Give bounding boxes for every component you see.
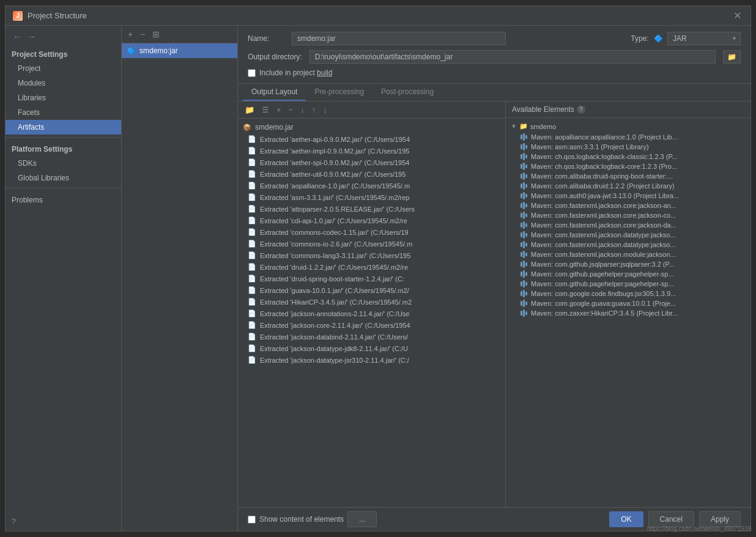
project-settings-header: Project Settings xyxy=(6,45,121,61)
extract-icon-14: 📄 xyxy=(248,298,256,306)
move-down-button[interactable]: ↓ xyxy=(297,104,308,116)
copy-artifact-button[interactable]: ⊞ xyxy=(150,28,162,40)
extract-icon-11: 📄 xyxy=(248,263,256,271)
sidebar: ← → Project Settings Project Modules Lib… xyxy=(6,26,122,531)
add-artifact-button[interactable]: + xyxy=(125,28,135,40)
avail-item-8: Maven: com.fasterxml.jackson.core:jackso… xyxy=(506,210,750,220)
tree-item: 📄 Extracted 'commons-lang3-3.11.jar/' (C… xyxy=(238,250,505,261)
avail-item-9: Maven: com.fasterxml.jackson.core:jackso… xyxy=(506,220,750,230)
move-up-button[interactable]: ↑ xyxy=(309,104,319,116)
ok-button[interactable]: OK xyxy=(609,511,643,527)
tree-item: 📄 Extracted 'jackson-annotations-2.11.4.… xyxy=(238,308,505,319)
tree-item: 📄 Extracted 'cdi-api-1.0.jar/' (C:/Users… xyxy=(238,215,505,226)
name-label: Name: xyxy=(248,34,284,43)
platform-settings-header: Platform Settings xyxy=(6,140,121,156)
avail-item-13: Maven: com.github.jsqlparser:jsqlparser:… xyxy=(506,259,750,269)
available-section-smdemo[interactable]: ▼ 📁 smdemo xyxy=(506,120,750,132)
maven-icon-5 xyxy=(521,182,527,190)
maven-icon-18 xyxy=(521,309,527,317)
tree-item: 📄 Extracted 'aether-spi-0.9.0.M2.jar/' (… xyxy=(238,157,505,168)
avail-item-6: Maven: com.auth0:java-jwt:3.13.0 (Projec… xyxy=(506,191,750,201)
tree-item: 📄 Extracted 'aopalliance-1.0.jar/' (C:/U… xyxy=(238,180,505,191)
watermark: https://blog.csdn.net/weixin_49071539 xyxy=(647,525,751,532)
tab-pre-processing[interactable]: Pre-processing xyxy=(306,84,372,101)
type-select-container: 🔷 JAR WAR EAR xyxy=(654,32,741,45)
include-build-label[interactable]: Include in project build xyxy=(259,69,332,77)
extract-icon-7: 📄 xyxy=(248,217,256,224)
tree-item: 📄 Extracted 'aether-impl-0.9.0.M2.jar/' … xyxy=(238,145,505,157)
avail-item-16: Maven: com.google.code.findbugs:jsr305:1… xyxy=(506,289,750,298)
type-label: Type: xyxy=(631,34,648,43)
avail-item-11: Maven: com.fasterxml.jackson.datatype:ja… xyxy=(506,240,750,250)
sidebar-item-project[interactable]: Project xyxy=(6,61,121,76)
sidebar-nav: ← → xyxy=(6,28,121,45)
remove-artifact-button[interactable]: − xyxy=(138,28,147,40)
avail-item-7: Maven: com.fasterxml.jackson.core:jackso… xyxy=(506,201,750,210)
tabs-bar: Output Layout Pre-processing Post-proces… xyxy=(238,84,750,102)
maven-icon-2 xyxy=(521,153,527,160)
sidebar-item-problems[interactable]: Problems xyxy=(6,191,121,207)
tree-item: 📄 Extracted 'jackson-core-2.11.4.jar/' (… xyxy=(238,319,505,331)
sidebar-item-libraries[interactable]: Libraries xyxy=(6,91,121,105)
extract-icon-1: 📄 xyxy=(248,147,256,155)
close-button[interactable]: ✕ xyxy=(731,10,743,22)
dialog-title: Project Structure xyxy=(28,11,87,20)
folder-browse-button[interactable]: 📁 xyxy=(723,50,741,64)
maven-icon-7 xyxy=(521,202,527,209)
sidebar-item-sdks[interactable]: SDKs xyxy=(6,156,121,171)
avail-item-5: Maven: com.alibaba:druid:1.2.2 (Project … xyxy=(506,181,750,191)
avail-item-3: Maven: ch.qos.logback:logback-core:1.2.3… xyxy=(506,161,750,171)
maven-icon-10 xyxy=(521,231,527,239)
tree-item: 📄 Extracted 'jackson-databind-2.11.4.jar… xyxy=(238,331,505,343)
left-content: 📁 ☰ + − ↓ ↑ ↓ 📦 smdemo.jar xyxy=(238,102,506,507)
app-icon: J xyxy=(13,11,23,21)
tab-post-processing[interactable]: Post-processing xyxy=(372,84,442,101)
sidebar-item-modules[interactable]: Modules xyxy=(6,76,121,91)
tree-item: 📄 Extracted 'jackson-datatype-jsr310-2.1… xyxy=(238,354,505,366)
list-view-button[interactable]: ☰ xyxy=(259,104,272,116)
avail-item-15: Maven: com.github.pagehelper:pagehelper-… xyxy=(506,279,750,289)
name-input[interactable] xyxy=(292,32,506,45)
maven-icon-14 xyxy=(521,270,527,278)
tab-output-layout[interactable]: Output Layout xyxy=(243,84,306,101)
sort-button[interactable]: ↓ xyxy=(320,104,330,116)
nav-forward-button[interactable]: → xyxy=(25,31,39,43)
output-dir-input[interactable] xyxy=(309,50,716,64)
right-content: Available Elements ? ▼ 📁 smdemo xyxy=(506,102,750,507)
extract-icon-0: 📄 xyxy=(248,135,256,143)
help-button[interactable]: ? xyxy=(6,513,121,531)
add-element-button[interactable]: + xyxy=(273,104,284,116)
detail-panel: Name: Type: 🔷 JAR WAR EAR xyxy=(238,26,750,531)
nav-back-button[interactable]: ← xyxy=(10,31,24,43)
avail-item-14: Maven: com.github.pagehelper:pagehelper-… xyxy=(506,269,750,279)
file-tree: 📦 smdemo.jar 📄 Extracted 'aether-api-0.9… xyxy=(238,119,505,507)
more-button[interactable]: ... xyxy=(347,511,377,527)
tree-item: 📄 Extracted 'guava-10.0.1.jar/' (C:/User… xyxy=(238,284,505,296)
show-content-row: Show content of elements ... xyxy=(248,511,377,527)
maven-icon-1 xyxy=(521,143,527,150)
show-content-label[interactable]: Show content of elements xyxy=(259,515,344,524)
extract-icon-8: 📄 xyxy=(248,228,256,236)
sidebar-item-facets[interactable]: Facets xyxy=(6,105,121,120)
maven-icon-12 xyxy=(521,251,527,258)
available-elements-help-icon[interactable]: ? xyxy=(577,105,585,114)
extract-icon-15: 📄 xyxy=(248,309,256,317)
tree-item: 📄 Extracted 'commons-io-2.6.jar/' (C:/Us… xyxy=(238,238,505,250)
sidebar-divider xyxy=(6,137,121,138)
maven-icon-8 xyxy=(521,212,527,219)
maven-icon-16 xyxy=(521,290,527,297)
project-structure-dialog: J Project Structure ✕ ← → Project Settin… xyxy=(5,6,751,531)
artifact-list-item[interactable]: 🔷 smdemo:jar xyxy=(122,43,237,58)
include-build-checkbox[interactable] xyxy=(248,69,256,77)
type-select[interactable]: JAR WAR EAR xyxy=(667,32,741,45)
tree-item: 📄 Extracted 'commons-codec-1.15.jar/' (C… xyxy=(238,226,505,238)
remove-element-button[interactable]: − xyxy=(286,104,297,116)
show-content-checkbox[interactable] xyxy=(248,516,256,524)
extract-icon-4: 📄 xyxy=(248,182,256,190)
maven-icon-3 xyxy=(521,163,527,170)
sidebar-item-artifacts[interactable]: Artifacts xyxy=(6,120,121,135)
jar-type-icon: 🔷 xyxy=(654,34,663,43)
sidebar-item-global-libraries[interactable]: Global Libraries xyxy=(6,171,121,185)
folder-view-button[interactable]: 📁 xyxy=(242,104,258,116)
tree-item: 📄 Extracted 'attoparser-2.0.5.RELEASE.ja… xyxy=(238,203,505,215)
